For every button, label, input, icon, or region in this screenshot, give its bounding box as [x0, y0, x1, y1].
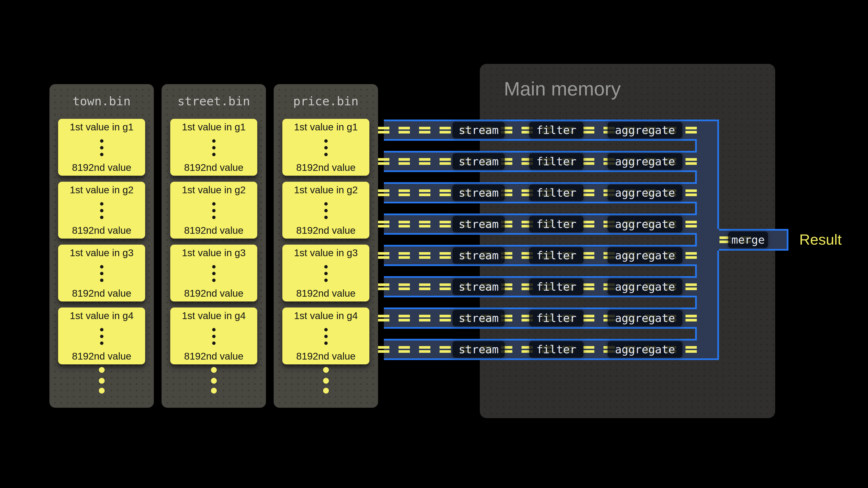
first-value-label: 1st value in g3	[282, 247, 369, 259]
block-ellipsis-dot	[100, 153, 103, 156]
stream-operator-label: stream	[459, 280, 499, 293]
last-value-label: 8192nd value	[170, 351, 257, 362]
block-ellipsis-dot	[212, 272, 216, 275]
block-ellipsis-dot	[324, 153, 328, 156]
last-value-label: 8192nd value	[282, 288, 369, 299]
stream-operator-label: stream	[459, 312, 499, 325]
first-value-label: 1st value in g1	[170, 122, 257, 133]
file-name-label: street.bin	[161, 94, 266, 108]
block-ellipsis-dot	[212, 209, 216, 212]
aggregate-operator-label: aggregate	[615, 312, 675, 325]
value-block: 1st value in g28192nd value	[170, 182, 257, 238]
last-value-label: 8192nd value	[58, 288, 145, 299]
aggregate-operator-box: aggregate	[608, 216, 682, 232]
stream-operator-box: stream	[453, 185, 505, 201]
block-ellipsis-dot	[324, 139, 328, 143]
block-ellipsis-dot	[100, 146, 103, 150]
block-ellipsis-dot	[324, 335, 328, 338]
block-ellipsis-dot	[212, 202, 216, 205]
block-ellipsis-dot	[212, 265, 216, 268]
aggregate-operator-box: aggregate	[608, 247, 682, 264]
aggregate-operator-label: aggregate	[615, 124, 675, 137]
block-ellipsis-dot	[324, 279, 328, 282]
first-value-label: 1st value in g2	[58, 184, 145, 196]
block-ellipsis-dot	[100, 341, 103, 345]
file-panel-town-bin: town.bin1st value in g18192nd value1st v…	[50, 84, 154, 408]
filter-operator-box: filter	[529, 247, 584, 264]
value-block: 1st value in g18192nd value	[58, 119, 145, 176]
first-value-label: 1st value in g4	[170, 310, 257, 322]
pipeline-lane: streamfilteraggregate	[384, 151, 697, 172]
value-block: 1st value in g28192nd value	[282, 182, 369, 238]
filter-operator-label: filter	[536, 155, 576, 168]
filter-operator-label: filter	[536, 280, 576, 293]
first-value-label: 1st value in g1	[282, 122, 369, 133]
block-ellipsis-dot	[100, 202, 103, 205]
block-ellipsis-dot	[100, 279, 103, 282]
diagram-canvas: Main memory town.bin1st value in g18192n…	[0, 0, 868, 488]
panel-ellipsis-dot	[211, 367, 217, 373]
last-value-label: 8192nd value	[170, 162, 257, 173]
filter-operator-box: filter	[529, 310, 584, 326]
pipeline-lane: streamfilteraggregate	[384, 276, 697, 297]
channel-gap-wall	[695, 297, 697, 307]
aggregate-operator-box: aggregate	[608, 310, 682, 326]
merge-lane: merge	[719, 229, 788, 251]
block-ellipsis-dot	[212, 146, 216, 150]
block-ellipsis-dot	[212, 341, 216, 345]
stream-operator-label: stream	[459, 249, 499, 262]
value-block: 1st value in g38192nd value	[58, 245, 145, 301]
block-ellipsis-dot	[324, 146, 328, 150]
channel-gap-wall	[695, 235, 697, 245]
merge-operator-label: merge	[731, 233, 765, 246]
block-ellipsis-dot	[212, 335, 216, 338]
value-block: 1st value in g28192nd value	[58, 182, 145, 238]
block-ellipsis-dot	[100, 216, 103, 219]
value-block: 1st value in g18192nd value	[170, 119, 257, 176]
channel-gap-wall	[695, 203, 697, 214]
block-ellipsis-dot	[100, 209, 103, 212]
channel-gap-wall	[695, 172, 697, 182]
panel-ellipsis-dot	[99, 367, 105, 373]
panel-ellipsis-dot	[99, 388, 105, 394]
block-ellipsis-dot	[324, 328, 328, 331]
channel-gap-wall	[695, 141, 697, 151]
aggregate-operator-label: aggregate	[615, 218, 675, 231]
filter-operator-box: filter	[529, 153, 584, 170]
filter-operator-box: filter	[529, 185, 584, 201]
first-value-label: 1st value in g3	[170, 247, 257, 259]
filter-operator-label: filter	[536, 186, 576, 199]
value-block: 1st value in g18192nd value	[282, 119, 369, 176]
first-value-label: 1st value in g2	[170, 184, 257, 196]
aggregate-operator-box: aggregate	[608, 122, 682, 138]
aggregate-operator-label: aggregate	[615, 280, 675, 293]
pipeline-lane: streamfilteraggregate	[384, 214, 697, 235]
panel-ellipsis-dot	[323, 388, 329, 394]
last-value-label: 8192nd value	[58, 225, 145, 236]
last-value-label: 8192nd value	[58, 162, 145, 173]
block-ellipsis-dot	[212, 216, 216, 219]
first-value-label: 1st value in g3	[58, 247, 145, 259]
stream-operator-box: stream	[453, 247, 505, 264]
last-value-label: 8192nd value	[282, 162, 369, 173]
stream-operator-label: stream	[459, 155, 499, 168]
main-memory-title: Main memory	[504, 78, 621, 100]
file-panel-price-bin: price.bin1st value in g18192nd value1st …	[274, 84, 378, 408]
filter-operator-label: filter	[536, 249, 576, 262]
filter-operator-box: filter	[529, 216, 584, 232]
filter-operator-box: filter	[529, 279, 584, 295]
stream-operator-box: stream	[453, 310, 505, 326]
filter-operator-label: filter	[536, 218, 576, 231]
aggregate-operator-label: aggregate	[615, 186, 675, 199]
channel-gap-wall	[695, 266, 697, 276]
pipeline-lane: streamfilteraggregate	[384, 307, 697, 329]
filter-operator-label: filter	[536, 343, 576, 356]
collector-channel	[697, 120, 719, 360]
block-ellipsis-dot	[212, 328, 216, 331]
block-ellipsis-dot	[324, 202, 328, 205]
channel-right-border-top	[717, 120, 719, 229]
filter-operator-label: filter	[536, 312, 576, 325]
block-ellipsis-dot	[100, 272, 103, 275]
block-ellipsis-dot	[324, 209, 328, 212]
first-value-label: 1st value in g4	[282, 310, 369, 322]
